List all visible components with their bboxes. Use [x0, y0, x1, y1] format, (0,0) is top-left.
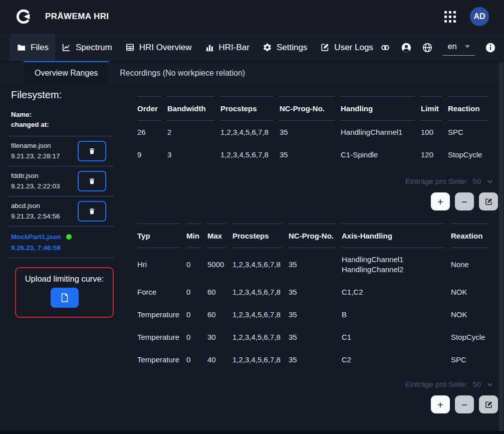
table-cell: 0: [186, 281, 201, 303]
language-select[interactable]: en: [443, 39, 475, 56]
delete-file-button[interactable]: [78, 201, 106, 222]
table-header-row: TypMinMaxProcstepsNC-Prog-No.Axis-Handli…: [137, 224, 489, 248]
table-cell: NOK: [451, 281, 489, 303]
nav-item-settings[interactable]: Settings: [256, 34, 314, 61]
ranges-page-size-select[interactable]: Einträge pro Seite: 50: [131, 380, 498, 388]
column-header: Handling: [341, 96, 415, 121]
add-row-button[interactable]: +: [431, 192, 450, 210]
table-icon: [125, 43, 135, 52]
nav-label: HRI-Bar: [219, 43, 249, 53]
overview-ranges-panel: OrderBandwidthProcstepsNC-Prog-No.Handli…: [124, 84, 498, 431]
table-cell: 60: [207, 281, 226, 303]
file-name: MockPart1.json: [11, 233, 61, 241]
nav-label: Spectrum: [76, 43, 112, 53]
table-cell: C1-Spindle: [341, 143, 415, 166]
table-cell: 30: [207, 326, 226, 348]
table-cell: 35: [280, 121, 335, 143]
column-header: Order: [137, 96, 161, 121]
praewema-logo-icon: [15, 8, 32, 25]
scrollbar[interactable]: [499, 62, 503, 431]
info-icon[interactable]: [485, 42, 496, 53]
language-value: en: [448, 42, 457, 51]
file-list-item[interactable]: abcd.json 9.21.23, 2:54:56: [0, 196, 124, 226]
table-header-row: OrderBandwidthProcstepsNC-Prog-No.Handli…: [137, 96, 489, 121]
nav-label: Files: [31, 43, 49, 53]
gear-icon: [263, 43, 272, 52]
remove-row-button[interactable]: −: [455, 395, 474, 413]
table-cell: HandlingChannel1: [341, 121, 415, 143]
nav-item-hri-overview[interactable]: HRI Overview: [119, 34, 198, 61]
tab-recordings[interactable]: Recordings (No workpiece relation): [109, 62, 256, 84]
edit-row-button[interactable]: [479, 192, 498, 210]
column-header: Procsteps: [220, 96, 274, 121]
nav-item-user-logs[interactable]: User Logs: [314, 34, 379, 61]
table-cell: 1,2,3,4,5,6,7,8: [220, 143, 274, 166]
file-changed-at: 9.21.23, 2:22:03: [11, 182, 124, 190]
file-icon: [60, 292, 70, 303]
table-row[interactable]: Hri050001,2,3,4,5,6,7,835HandlingChannel…: [137, 248, 489, 281]
column-header: NC-Prog-No.: [280, 96, 335, 121]
table-cell: HandlingChannel1 HandlingChannel2: [342, 248, 445, 281]
table-cell: 100: [421, 121, 442, 143]
table-cell: 9: [137, 143, 161, 166]
file-changed-at: 9.21.23, 2:28:17: [11, 152, 124, 160]
divider: [9, 258, 114, 258]
orders-page-size-select[interactable]: Einträge pro Seite: 50: [131, 177, 498, 185]
column-header: NC-Prog-No.: [289, 224, 336, 248]
table-cell: 40: [207, 348, 226, 371]
file-list-column-labels: Name: changed at:: [11, 110, 124, 130]
column-header: Max: [207, 224, 226, 248]
delete-file-button[interactable]: [78, 141, 106, 161]
table-row[interactable]: 931,2,3,4,5,6,7,835C1-Spindle120StopCycl…: [137, 143, 489, 166]
top-app-bar: PRÄWEMA HRI AD: [0, 0, 504, 33]
table-row[interactable]: 2621,2,3,4,5,6,7,835HandlingChannel1100S…: [137, 121, 489, 143]
table-cell: Temperature: [137, 303, 180, 326]
table-row[interactable]: Temperature0601,2,3,4,5,6,7,835BNOK: [137, 303, 489, 326]
table-cell: 1,2,3,4,5,6,7,8: [232, 248, 283, 281]
table-cell: StopCycle: [448, 143, 489, 166]
orders-actions: + −: [131, 192, 498, 210]
link-icon[interactable]: [380, 42, 391, 53]
ranges-table: TypMinMaxProcstepsNC-Prog-No.Axis-Handli…: [131, 224, 495, 371]
globe-icon[interactable]: [422, 42, 433, 53]
table-cell: 60: [207, 303, 226, 326]
column-header: Procsteps: [232, 224, 283, 248]
user-icon[interactable]: [401, 42, 412, 53]
apps-grid-icon[interactable]: [444, 11, 456, 23]
table-cell: 35: [289, 281, 336, 303]
upload-limiting-curve-box: Upload limiting curve:: [15, 267, 114, 318]
table-cell: 1,2,3,4,5,6,7,8: [232, 326, 283, 348]
nav-item-files[interactable]: Files: [10, 34, 55, 61]
column-header: Axis-Handling: [342, 224, 445, 248]
table-row[interactable]: Temperature0401,2,3,4,5,6,7,835C2SPC: [137, 348, 489, 371]
table-cell: 35: [289, 348, 336, 371]
remove-row-button[interactable]: −: [455, 192, 474, 210]
table-cell: 26: [137, 121, 161, 143]
edit-row-button[interactable]: [479, 395, 498, 413]
table-cell: 3: [167, 143, 214, 166]
table-cell: 1,2,3,4,5,6,7,8: [232, 303, 283, 326]
delete-file-button[interactable]: [78, 171, 106, 191]
table-cell: 0: [186, 348, 201, 371]
file-list-item[interactable]: filename.json 9.21.23, 2:28:17: [0, 136, 124, 166]
ranges-actions: + −: [131, 395, 498, 413]
file-list-item-selected[interactable]: MockPart1.json 9.26.23, 7:46:59: [0, 227, 124, 258]
nav-item-spectrum[interactable]: Spectrum: [55, 34, 119, 61]
nav-label: HRI Overview: [139, 43, 192, 53]
table-cell: SPC: [451, 348, 489, 371]
table-row[interactable]: Force0601,2,3,4,5,6,7,835C1,C2NOK: [137, 281, 489, 303]
nav-item-hri-bar[interactable]: HRI-Bar: [198, 34, 256, 61]
column-header: Typ: [137, 224, 180, 248]
add-row-button[interactable]: +: [431, 395, 450, 413]
avatar[interactable]: AD: [470, 7, 489, 26]
table-cell: 35: [280, 143, 335, 166]
table-row[interactable]: Temperature0301,2,3,4,5,6,7,835C1StopCyc…: [137, 326, 489, 348]
file-list-item[interactable]: fddtr.json 9.21.23, 2:22:03: [0, 166, 124, 196]
upload-file-button[interactable]: [51, 288, 79, 308]
tab-overview-ranges[interactable]: Overview Ranges: [24, 61, 109, 84]
table-cell: Hri: [137, 248, 180, 281]
column-header: Limit: [421, 96, 442, 121]
app-title: PRÄWEMA HRI: [45, 12, 109, 22]
page-tabs: Overview Ranges Recordings (No workpiece…: [0, 61, 504, 84]
nav-label: User Logs: [334, 43, 373, 53]
